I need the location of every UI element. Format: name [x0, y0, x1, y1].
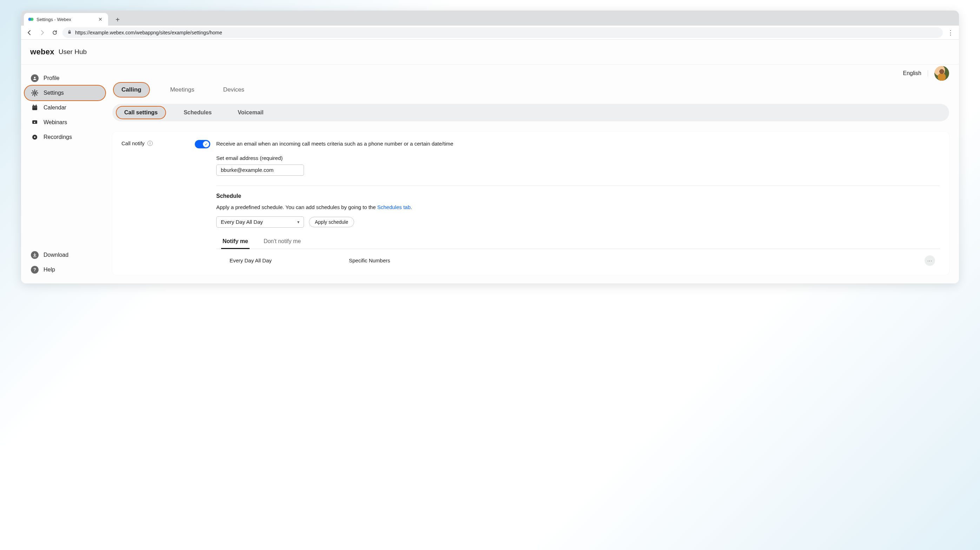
- sidebar-item-recordings[interactable]: Recordings: [25, 130, 105, 144]
- download-icon: [31, 251, 38, 259]
- subtab-call-settings[interactable]: Call settings: [116, 107, 165, 119]
- svg-point-9: [34, 136, 35, 138]
- schedule-row-numbers: Specific Numbers: [349, 257, 924, 263]
- sub-tabs: Call settings Schedules Voicemail: [112, 104, 949, 121]
- sidebar-item-label: Profile: [43, 75, 59, 81]
- arrow-left-icon: [27, 30, 32, 35]
- email-field-label: Set email address (required): [216, 155, 940, 161]
- help-icon: ?: [31, 266, 38, 274]
- browser-tab[interactable]: Settings - Webex ✕: [24, 13, 108, 25]
- sidebar-item-profile[interactable]: Profile: [25, 71, 105, 86]
- webinars-icon: [31, 119, 38, 126]
- sidebar-item-label: Webinars: [43, 119, 67, 125]
- brand-bar: webex User Hub: [21, 40, 959, 65]
- webex-logo: webex: [30, 48, 54, 57]
- subtab-schedules[interactable]: Schedules: [176, 107, 220, 119]
- email-input[interactable]: [216, 165, 304, 176]
- tab-calling[interactable]: Calling: [114, 83, 149, 97]
- browser-tab-title: Settings - Webex: [37, 17, 71, 22]
- main-content: English Calling Meetings Devices Call se…: [109, 65, 959, 284]
- webex-favicon-icon: [28, 16, 34, 22]
- browser-window: Settings - Webex ✕ + https://example.web…: [21, 11, 959, 284]
- back-button[interactable]: [25, 28, 34, 38]
- svg-point-1: [30, 18, 34, 21]
- browser-tab-strip: Settings - Webex ✕ +: [21, 11, 959, 25]
- browser-toolbar: https://example.webex.com/webappng/sites…: [21, 25, 959, 40]
- sidebar-item-label: Settings: [43, 90, 64, 96]
- chevron-down-icon: ▾: [297, 220, 299, 225]
- call-notify-card: Call notify i ✓ Receive an email when an…: [112, 132, 949, 275]
- sidebar-item-help[interactable]: ? Help: [25, 262, 105, 277]
- divider: [216, 185, 940, 186]
- notify-tabs: Notify me Don't notify me: [216, 235, 940, 249]
- user-avatar[interactable]: [934, 66, 949, 81]
- call-notify-description: Receive an email when an incoming call m…: [216, 140, 940, 147]
- gear-icon: [31, 89, 38, 97]
- svg-rect-2: [68, 32, 71, 34]
- sidebar-item-settings[interactable]: Settings: [25, 86, 105, 100]
- main-tabs: Calling Meetings Devices: [112, 68, 949, 102]
- sidebar-item-label: Download: [43, 252, 68, 258]
- page: webex User Hub Profile Settings: [21, 40, 959, 284]
- schedule-select-value: Every Day All Day: [221, 219, 263, 225]
- sidebar-item-calendar[interactable]: Calendar: [25, 100, 105, 115]
- call-notify-label: Call notify i: [121, 140, 195, 146]
- check-icon: ✓: [203, 141, 209, 147]
- sidebar-item-download[interactable]: Download: [25, 248, 105, 262]
- tab-meetings[interactable]: Meetings: [162, 83, 202, 97]
- subtab-voicemail[interactable]: Voicemail: [230, 107, 271, 119]
- schedule-heading: Schedule: [216, 193, 940, 199]
- url-text: https://example.webex.com/webappng/sites…: [75, 30, 222, 35]
- brand-subtitle: User Hub: [59, 48, 87, 56]
- top-right-controls: English: [903, 66, 949, 81]
- notify-tab-notify[interactable]: Notify me: [221, 235, 250, 249]
- schedules-tab-link[interactable]: Schedules tab: [377, 204, 410, 210]
- profile-icon: [31, 74, 38, 82]
- apply-schedule-button[interactable]: Apply schedule: [309, 217, 354, 227]
- forward-button[interactable]: [37, 28, 47, 38]
- svg-rect-6: [32, 107, 37, 107]
- reload-button[interactable]: [50, 28, 60, 38]
- sidebar-item-label: Help: [43, 266, 55, 273]
- info-icon[interactable]: i: [148, 141, 153, 146]
- calendar-icon: [31, 104, 38, 111]
- new-tab-button[interactable]: +: [111, 14, 124, 25]
- schedule-select[interactable]: Every Day All Day ▾: [216, 216, 304, 228]
- svg-point-4: [34, 92, 36, 94]
- schedule-row-name: Every Day All Day: [229, 257, 349, 263]
- schedule-list-row: Every Day All Day Specific Numbers ···: [216, 249, 940, 266]
- svg-point-3: [34, 77, 36, 79]
- sidebar-item-webinars[interactable]: Webinars: [25, 115, 105, 130]
- row-more-button[interactable]: ···: [924, 255, 935, 266]
- browser-menu-button[interactable]: ⋮: [946, 28, 955, 38]
- language-selector[interactable]: English: [903, 70, 928, 76]
- sidebar-item-label: Recordings: [43, 134, 72, 140]
- reload-icon: [52, 30, 57, 35]
- notify-tab-dont-notify[interactable]: Don't notify me: [262, 235, 302, 249]
- arrow-right-icon: [39, 30, 45, 35]
- call-notify-toggle[interactable]: ✓: [195, 140, 210, 148]
- sidebar: Profile Settings Calendar: [21, 65, 109, 284]
- close-tab-icon[interactable]: ✕: [97, 16, 104, 23]
- lock-icon: [67, 30, 72, 35]
- tab-devices[interactable]: Devices: [215, 83, 252, 97]
- recordings-icon: [31, 133, 38, 141]
- sidebar-item-label: Calendar: [43, 105, 66, 111]
- address-bar[interactable]: https://example.webex.com/webappng/sites…: [62, 27, 943, 38]
- schedule-description: Apply a predefined schedule. You can add…: [216, 204, 940, 210]
